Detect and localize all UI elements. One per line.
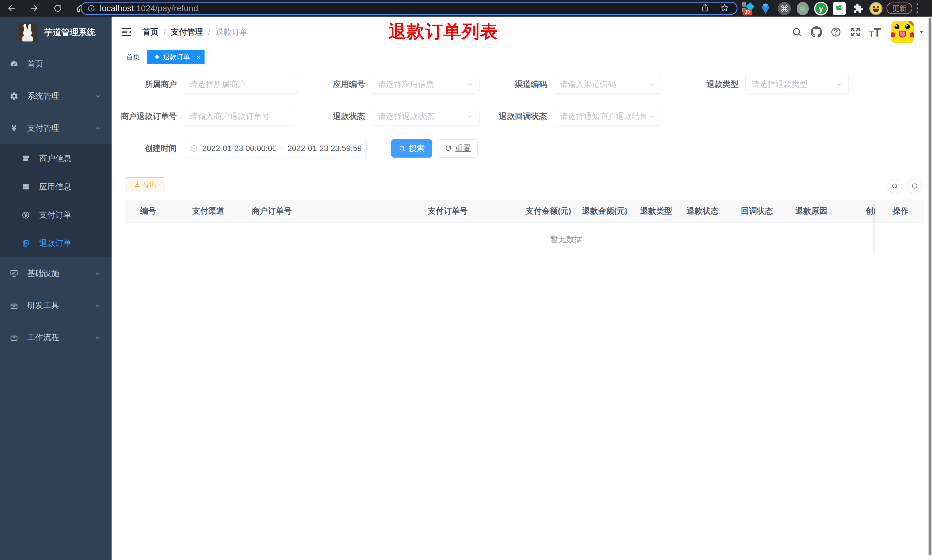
chevron-down-icon bbox=[94, 93, 101, 100]
refresh-icon bbox=[911, 183, 918, 190]
monitor-icon bbox=[9, 269, 18, 278]
refund-type-select[interactable]: 请选择退款类型 bbox=[746, 75, 849, 94]
refund-type-label: 退款类型 bbox=[700, 75, 739, 94]
breadcrumb-item-payment[interactable]: 支付管理 bbox=[171, 26, 203, 37]
merchant-input[interactable] bbox=[184, 75, 297, 94]
chevron-down-icon bbox=[648, 113, 655, 120]
create-time-range-input[interactable]: 2022-01-23 00:00:00 - 2022-01-23 23:59:5… bbox=[184, 139, 367, 158]
channel-code-select[interactable]: 请输入渠道编码 bbox=[554, 75, 661, 94]
sidebar-item-payment-order[interactable]: 支付订单 bbox=[0, 201, 112, 229]
fullscreen-icon[interactable] bbox=[850, 26, 861, 38]
briefcase-icon bbox=[9, 333, 18, 342]
tab-home[interactable]: 首页 bbox=[121, 50, 145, 64]
search-button[interactable]: 搜索 bbox=[391, 139, 432, 158]
sidebar-item-home[interactable]: 首页 bbox=[0, 48, 112, 80]
sidebar-fold-icon[interactable] bbox=[120, 26, 132, 38]
profile-smiley-icon[interactable] bbox=[869, 2, 883, 15]
active-dot bbox=[155, 55, 159, 58]
browser-menu-kebab-icon[interactable] bbox=[917, 3, 919, 13]
table-header-row: 编号 支付渠道 商户订单号 支付订单号 支付金额(元) 退款金额(元) 退款类型… bbox=[125, 200, 924, 223]
breadcrumb-item-home[interactable]: 首页 bbox=[143, 26, 158, 37]
site-info-icon[interactable] bbox=[87, 4, 95, 12]
chevron-up-icon bbox=[94, 125, 101, 132]
notify-status-label: 退款回调状态 bbox=[499, 107, 547, 126]
forward-icon[interactable] bbox=[30, 4, 39, 13]
sidebar: 芋道管理系统 首页 系统管理 ¥ 支付管理 bbox=[0, 17, 112, 560]
tab-refund-order[interactable]: 退款订单 bbox=[147, 50, 205, 64]
refresh-icon bbox=[444, 145, 452, 152]
th-refund-type: 退款类型 bbox=[635, 206, 681, 217]
export-button[interactable]: 导出 bbox=[125, 177, 165, 192]
sidebar-item-workflow[interactable]: 工作流程 bbox=[0, 322, 112, 354]
help-icon[interactable] bbox=[830, 26, 841, 38]
storefront-icon bbox=[22, 154, 30, 163]
share-icon[interactable] bbox=[701, 3, 710, 14]
th-create-time: 创建时间 bbox=[860, 206, 875, 217]
tags-view-bar: 首页 退款订单 bbox=[112, 48, 932, 66]
annotation-overlay: 退款订单列表 bbox=[389, 20, 498, 43]
table-search-button[interactable] bbox=[887, 179, 902, 193]
extension-dot-icon[interactable] bbox=[796, 2, 810, 15]
date-end-value: 2022-01-23 23:59:59 bbox=[288, 144, 361, 153]
extension-command-icon[interactable]: ⌘ bbox=[778, 2, 791, 15]
github-icon[interactable] bbox=[811, 26, 822, 38]
avatar[interactable] bbox=[891, 21, 914, 43]
chevron-down-icon bbox=[648, 81, 655, 88]
table-refresh-button[interactable] bbox=[907, 179, 922, 193]
table-body: 暂无数据 bbox=[125, 223, 924, 256]
page-scrollbar[interactable] bbox=[929, 18, 931, 555]
content: 所属商户 应用编号 请选择应用信息 渠道编码 请输入渠道编码 退款类型 请选择退… bbox=[112, 66, 932, 560]
extension-chat-icon[interactable] bbox=[832, 2, 846, 15]
reload-icon[interactable] bbox=[53, 4, 62, 13]
yen-icon: ¥ bbox=[9, 123, 18, 133]
extension-yudao-icon[interactable]: y bbox=[814, 2, 828, 15]
extension-diamond-icon[interactable]: 10 bbox=[741, 2, 755, 15]
avatar-caret-icon[interactable] bbox=[918, 29, 924, 35]
th-refund-status: 退款状态 bbox=[681, 206, 735, 217]
extensions-puzzle-icon[interactable] bbox=[851, 2, 864, 15]
bookmark-star-icon[interactable] bbox=[720, 3, 729, 14]
chevron-down-icon bbox=[466, 113, 474, 120]
sidebar-item-infrastructure[interactable]: 基础设施 bbox=[0, 257, 112, 289]
create-time-label: 创建时间 bbox=[112, 139, 177, 158]
merchant-refund-no-input[interactable] bbox=[184, 107, 294, 126]
chevron-down-icon bbox=[94, 334, 101, 341]
chevron-down-icon bbox=[466, 81, 474, 88]
breadcrumb-item-current: 退款订单 bbox=[216, 26, 248, 37]
search-icon bbox=[398, 145, 406, 152]
sidebar-item-merchant-info[interactable]: 商户信息 bbox=[0, 144, 112, 172]
sidebar-item-system[interactable]: 系统管理 bbox=[0, 80, 112, 112]
back-icon[interactable] bbox=[7, 4, 16, 13]
url-bar[interactable]: localhost:1024/pay/refund bbox=[81, 2, 737, 15]
search-icon[interactable] bbox=[791, 26, 803, 38]
th-id: 编号 bbox=[125, 206, 186, 217]
reset-button[interactable]: 重置 bbox=[438, 139, 478, 158]
browser-toolbar: localhost:1024/pay/refund 10 ⌘ bbox=[0, 0, 932, 17]
chevron-down-icon bbox=[94, 270, 101, 277]
close-icon[interactable] bbox=[196, 54, 201, 60]
search-icon bbox=[891, 183, 898, 190]
extension-gem-icon[interactable] bbox=[759, 2, 773, 15]
toolbox-icon bbox=[9, 301, 18, 310]
navbar: 首页 / 支付管理 / 退款订单 退款订单列表 bbox=[112, 17, 932, 48]
app-select[interactable]: 请选择应用信息 bbox=[372, 75, 480, 94]
merchant-label: 所属商户 bbox=[112, 75, 177, 94]
empty-state: 暂无数据 bbox=[125, 223, 924, 256]
merchant-refund-no-label: 商户退款订单号 bbox=[112, 107, 177, 126]
th-refund-amount: 退款金额(元) bbox=[577, 206, 635, 217]
sidebar-item-app-info[interactable]: 应用信息 bbox=[0, 172, 112, 201]
th-refund-reason: 退款原因 bbox=[789, 206, 860, 217]
font-size-icon[interactable]: TT bbox=[869, 26, 885, 38]
notify-status-select[interactable]: 请选择通知商户退款结果的 bbox=[554, 107, 661, 126]
grid-icon bbox=[22, 183, 30, 191]
th-pay-channel: 支付渠道 bbox=[186, 206, 246, 217]
sidebar-item-refund-order[interactable]: 退款订单 bbox=[0, 229, 112, 257]
date-start-value: 2022-01-23 00:00:00 bbox=[202, 144, 275, 153]
sidebar-item-dev-tools[interactable]: 研发工具 bbox=[0, 289, 112, 322]
update-button[interactable]: 更新 bbox=[886, 3, 912, 14]
sidebar-item-payment[interactable]: ¥ 支付管理 bbox=[0, 112, 112, 144]
app-logo-row[interactable]: 芋道管理系统 bbox=[0, 17, 112, 48]
app-label: 应用编号 bbox=[326, 75, 365, 94]
app-logo bbox=[18, 23, 37, 42]
refund-status-select[interactable]: 请选择退款状态 bbox=[372, 107, 480, 126]
